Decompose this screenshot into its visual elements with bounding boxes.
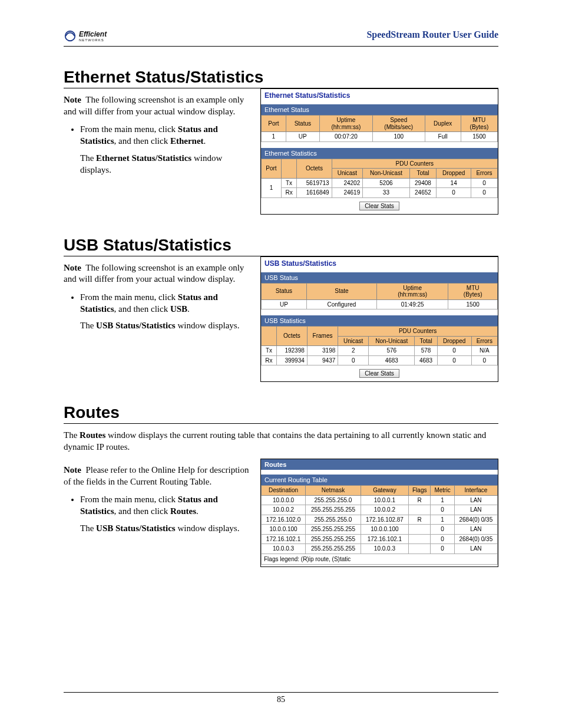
col-state: State: [306, 283, 376, 299]
cell: 1: [431, 495, 454, 505]
col-dropped: Dropped: [437, 336, 471, 346]
cell: 4683: [369, 355, 415, 365]
cell: 399934: [276, 355, 307, 365]
usb-note: Note The following screenshot is an exam…: [64, 262, 252, 285]
cell: 9437: [307, 355, 338, 365]
cell: [409, 525, 431, 535]
col-dropped: Dropped: [437, 169, 471, 179]
cell: 00:07:20: [319, 132, 372, 142]
cell: 0: [437, 355, 471, 365]
cell: 172.16.102.1: [361, 534, 408, 544]
col-octets: Octets: [297, 159, 332, 178]
cell: 10.0.0.0: [262, 495, 306, 505]
cell: [409, 505, 431, 515]
text: , and then click: [114, 506, 170, 516]
col-status: Status: [262, 283, 307, 299]
brand-logo: Efficient NETWORKS: [64, 29, 107, 42]
col-octets: Octets: [276, 327, 307, 346]
text: , and then click: [114, 136, 170, 146]
ethernet-status-table: Port Status Uptime (hh:mm:ss) Speed (Mbi…: [261, 115, 498, 142]
cell: 578: [415, 346, 437, 356]
table-row: Rx 1616849 24619 33 24652 0 0: [262, 188, 498, 198]
col-pdu: PDU Counters: [332, 159, 497, 169]
cell: 5619713: [297, 178, 332, 188]
col-status: Status: [286, 116, 319, 132]
text: From the main menu, click: [80, 495, 178, 504]
cell: 33: [363, 188, 409, 198]
table-row: 10.0.0.100255.255.255.25510.0.0.1000LAN: [262, 525, 498, 535]
cell: 1500: [448, 299, 498, 309]
ethernet-note: Note The following screenshot is an exam…: [64, 94, 252, 117]
cell: Configured: [306, 299, 376, 309]
text-strong: Routes: [170, 506, 196, 516]
text-strong: Ethernet: [170, 136, 204, 146]
ethernet-result: The Ethernet Status/Statistics window di…: [80, 152, 252, 176]
col-unicast: Unicast: [332, 169, 363, 179]
routes-result: The USB Status/Statistics window display…: [80, 522, 252, 534]
col-netmask: Netmask: [306, 486, 361, 496]
ethernet-panel: Ethernet Status/Statistics Ethernet Stat…: [260, 88, 498, 215]
col-mtu: MTU (Bytes): [461, 116, 497, 132]
usb-step: From the main menu, click Status and Sta…: [80, 291, 252, 332]
cell: 1: [262, 178, 282, 197]
col-gateway: Gateway: [361, 486, 408, 496]
cell: 255.255.255.0: [306, 495, 361, 505]
usb-stats-table: Octets Frames PDU Counters Unicast Non-U…: [261, 326, 498, 365]
cell: LAN: [454, 505, 497, 515]
clear-stats-button[interactable]: Clear Stats: [359, 202, 399, 210]
col-port: Port: [262, 116, 286, 132]
page-header: Efficient NETWORKS SpeedStream Router Us…: [64, 29, 498, 47]
cell: 2684(0) 0/35: [454, 515, 497, 525]
heading-routes: Routes: [64, 403, 498, 424]
cell: 172.16.102.87: [361, 515, 408, 525]
cell: 0: [437, 188, 471, 198]
cell: 172.16.102.1: [262, 534, 306, 544]
cell: 255.255.255.0: [306, 515, 361, 525]
cell-status-up: UP: [262, 299, 307, 309]
cell: LAN: [454, 525, 497, 535]
cell: 10.0.0.100: [361, 525, 408, 535]
cell: 192398: [276, 346, 307, 356]
table-row: 172.16.102.0255.255.255.0172.16.102.87R1…: [262, 515, 498, 525]
cell: 1616849: [297, 188, 332, 198]
guide-title: SpeedStream Router User Guide: [366, 29, 498, 40]
text: The: [80, 523, 96, 533]
cell: 2: [338, 346, 369, 356]
routes-panel: Routes Current Routing Table Destination…: [260, 459, 498, 567]
cell: Tx: [262, 346, 277, 356]
routes-note: Note Please refer to the Online Help for…: [64, 465, 252, 487]
cell: 1: [431, 515, 454, 525]
usb-note-text: The following screenshot is an example o…: [64, 263, 244, 284]
usb-panel: USB Status/Statistics USB Status Status …: [260, 256, 498, 383]
cell: 100: [373, 132, 425, 142]
cell: Rx: [281, 188, 296, 198]
cell-status-up: UP: [286, 132, 319, 142]
cell: 10.0.0.1: [361, 495, 408, 505]
cell: 5206: [363, 178, 409, 188]
cell: 10.0.0.3: [262, 544, 306, 554]
ethernet-note-text: The following screenshot is an example o…: [64, 95, 244, 116]
cell: 01:49:25: [376, 299, 448, 309]
text: window displays.: [176, 523, 240, 533]
table-row: 1 Tx 5619713 24202 5206 29408 14 0: [262, 178, 498, 188]
brand-subtext: NETWORKS: [79, 38, 107, 42]
col-uptime: Uptime (hh:mm:ss): [376, 283, 448, 299]
text-strong: Ethernet Status/Statistics: [96, 153, 191, 163]
col-nonunicast: Non-Unicast: [369, 336, 415, 346]
col-errors: Errors: [471, 169, 498, 179]
cell: 24652: [409, 188, 437, 198]
clear-stats-button[interactable]: Clear Stats: [359, 369, 399, 378]
col-frames: Frames: [307, 327, 338, 346]
col-dir: [262, 327, 277, 346]
cell: 0: [431, 544, 454, 554]
cell: 14: [437, 178, 471, 188]
cell: 0: [437, 346, 471, 356]
table-row: UP Configured 01:49:25 1500: [262, 299, 498, 309]
routes-legend: Flags legend: (R)ip route, (S)tatic: [261, 554, 498, 565]
col-interface: Interface: [454, 486, 497, 496]
heading-ethernet: Ethernet Status/Statistics: [64, 68, 498, 88]
col-pdu: PDU Counters: [338, 327, 498, 337]
cell: [409, 544, 431, 554]
page-number: 85: [64, 692, 498, 704]
text: The: [80, 321, 96, 330]
